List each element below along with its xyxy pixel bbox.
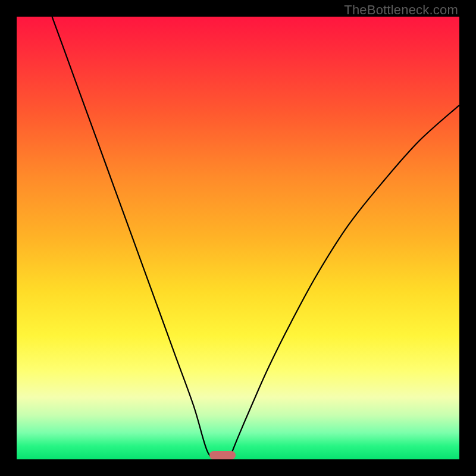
left-curve <box>52 17 216 459</box>
watermark-text: TheBottleneck.com <box>344 2 458 18</box>
curve-layer <box>17 17 459 459</box>
right-curve <box>229 105 459 459</box>
plot-area <box>17 17 459 459</box>
baseline-marker <box>209 451 236 459</box>
black-frame: TheBottleneck.com <box>0 0 476 476</box>
